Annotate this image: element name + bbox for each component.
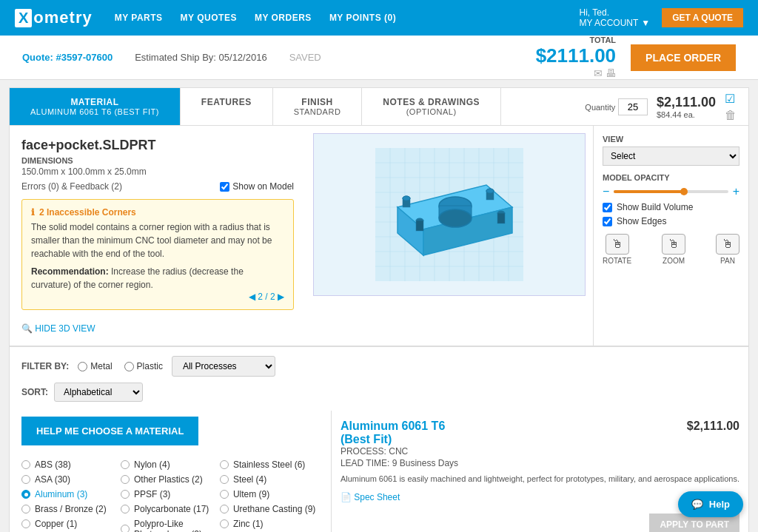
zoom-icon[interactable]: 🖱 [662,234,685,255]
radio-dot [220,460,229,469]
pan-control: 🖱 PAN [716,234,739,265]
svg-rect-31 [416,220,423,231]
get-quote-button[interactable]: GET A QUOTE [662,8,743,27]
material-list-item[interactable]: Copper (1) [21,516,121,531]
help-bubble[interactable]: 💬 Help [678,491,743,517]
svg-point-23 [439,209,472,227]
tab-finish[interactable]: FINISH Standard [273,88,363,125]
tab-material[interactable]: MATERIAL Aluminum 6061 T6 (Best Fit) [10,88,181,125]
show-build-volume-checkbox[interactable] [603,203,612,212]
ship-date: Estimated Ship By: 05/12/2016 [135,52,267,63]
nav-my-quotes[interactable]: MY QUOTES [181,13,237,23]
saved-badge: SAVED [289,52,321,63]
total-label: TOTAL [536,36,616,44]
material-list-item[interactable]: Aluminum (3) [21,487,121,502]
pan-icon[interactable]: 🖱 [716,234,739,255]
radio-dot [220,505,229,514]
material-description: Aluminum 6061 is easily machined and lig… [341,473,739,485]
tab-features[interactable]: FEATURES [181,88,273,125]
material-list-item[interactable]: Brass / Bronze (2) [21,502,121,516]
opacity-minus-button[interactable]: − [603,185,609,198]
materials-list-section: HELP ME CHOOSE A MATERIAL ABS (38)ASA (3… [10,411,331,532]
material-item-label: Nylon (4) [134,459,170,470]
nav-my-orders[interactable]: MY ORDERS [255,13,312,23]
rotate-control: 🖱 ROTATE [603,234,631,265]
tab-notes[interactable]: NOTES & DRAWINGS (optional) [362,88,501,125]
radio-dot [121,505,130,514]
materials-col-1: ABS (38)ASA (30)Aluminum (3)Brass / Bron… [21,457,121,532]
view-select[interactable]: Select [603,147,739,166]
nav-my-parts[interactable]: MY PARTS [115,13,163,23]
show-on-model-checkbox[interactable] [220,182,229,192]
help-choose-button[interactable]: HELP ME CHOOSE A MATERIAL [21,417,198,445]
material-list-item[interactable]: Stainless Steel (6) [220,457,319,472]
show-on-model-label[interactable]: Show on Model [220,181,294,192]
material-list-item[interactable]: PPSF (3) [121,487,220,502]
show-edges-checkbox[interactable] [603,217,612,226]
material-list-item[interactable]: Ultem (9) [220,487,319,502]
material-list-item[interactable]: ABS (38) [21,457,121,472]
help-bubble-icon: 💬 [691,499,703,510]
opacity-bar[interactable] [614,190,728,193]
material-list-item[interactable]: Nylon (4) [121,457,220,472]
sort-label: SORT: [21,387,48,397]
material-item-label: Ultem (9) [233,489,269,499]
place-order-button[interactable]: PLACE ORDER [631,44,736,71]
help-bubble-label: Help [709,499,730,510]
opacity-plus-button[interactable]: + [733,185,739,198]
errors-text: Errors (0) & Feedback (2) [21,181,122,192]
account-chevron-icon: ▼ [641,18,650,28]
materials-col-2: Nylon (4)Other Plastics (2)PPSF (3)Polyc… [121,457,220,532]
warning-title: ℹ 2 Inaccessible Corners [31,207,284,218]
sort-select[interactable]: Alphabetical [54,383,143,402]
sort-row: SORT: Alphabetical [21,383,737,402]
show-edges-row: Show Edges [603,216,739,226]
svg-rect-33 [497,213,505,223]
material-item-label: Other Plastics (2) [134,474,203,485]
material-process: PROCESS: CNC [341,446,739,457]
logo[interactable]: X ometry [15,8,93,27]
material-list-item[interactable]: Urethane Casting (9) [220,502,319,516]
process-select[interactable]: All Processes [172,356,275,377]
hide-3d-link[interactable]: 🔍 HIDE 3D VIEW [21,323,294,334]
rotate-icon[interactable]: 🖱 [606,234,629,255]
total-section: TOTAL $2111.00 ✉ 🖶 [536,36,616,79]
spec-sheet-link[interactable]: 📄 Spec Sheet [341,492,400,502]
zoom-control: 🖱 ZOOM [662,234,685,265]
model-controls: VIEW Select MODEL OPACITY − + Show Build… [593,126,748,346]
filter-plastic[interactable]: Plastic [124,361,163,371]
my-account-link[interactable]: MY ACCOUNT [580,18,639,28]
materials-detail-row: HELP ME CHOOSE A MATERIAL ABS (38)ASA (3… [10,411,748,532]
quantity-input[interactable] [618,98,648,115]
main-nav: MY PARTS MY QUOTES MY ORDERS MY POINTS (… [115,13,580,23]
header: X ometry MY PARTS MY QUOTES MY ORDERS MY… [0,0,758,36]
warning-nav[interactable]: ◀ 2 / 2 ▶ [31,292,284,302]
3d-model-area[interactable] [313,133,586,296]
error-row: Errors (0) & Feedback (2) Show on Model [21,181,294,192]
nav-my-points[interactable]: MY POINTS (0) [329,13,396,23]
quote-number[interactable]: Quote: #3597-07600 [22,52,113,63]
material-item-label: Copper (1) [35,519,77,529]
trash-icon[interactable]: 🗑 [725,109,737,122]
material-list-item[interactable]: Other Plastics (2) [121,472,220,487]
model-viewer [306,126,593,346]
material-list-item[interactable]: ASA (30) [21,472,121,487]
nav-right: Hi, Ted. MY ACCOUNT ▼ GET A QUOTE [580,7,743,28]
logo-x-icon: X [15,9,32,27]
radio-dot [21,505,30,514]
filter-metal[interactable]: Metal [78,361,112,371]
material-item-label: Brass / Bronze (2) [35,504,107,514]
material-list-item[interactable]: Zinc (1) [220,516,319,531]
material-list-item[interactable]: Steel (4) [220,472,319,487]
radio-dot [21,490,30,499]
radio-dot [220,475,229,484]
filter-plastic-radio[interactable] [124,362,134,371]
material-list-item[interactable]: Polypro-Like Photopolymer (2) [121,516,220,532]
material-leadtime: LEAD TIME: 9 Business Days [341,458,739,468]
user-greeting: Hi, Ted. MY ACCOUNT ▼ [580,7,651,28]
opacity-handle[interactable] [680,188,688,195]
material-list-item[interactable]: Polycarbonate (17) [121,502,220,516]
radio-dot [21,519,30,528]
dimensions-label: DIMENSIONS [21,156,294,165]
filter-metal-radio[interactable] [78,362,87,371]
